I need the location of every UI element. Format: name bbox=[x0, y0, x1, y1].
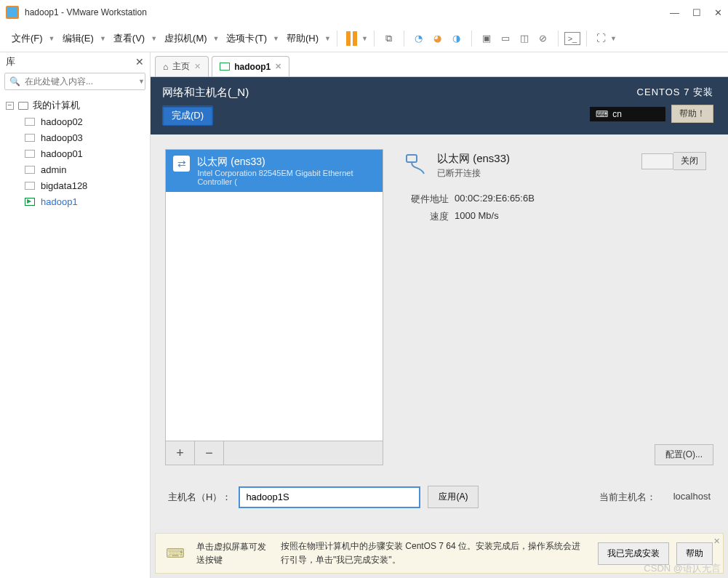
install-tip-bar: ⌨ 单击虚拟屏幕可发送按键 按照在物理计算机中的步骤安装 CentOS 7 64… bbox=[155, 533, 724, 574]
network-list: ⇄ 以太网 (ens33) Intel Corporation 82545EM … bbox=[165, 149, 383, 441]
configure-button[interactable]: 配置(O)... bbox=[655, 444, 713, 465]
tab-home[interactable]: ⌂ 主页 ✕ bbox=[155, 56, 209, 76]
svg-rect-0 bbox=[407, 155, 417, 162]
computer-icon bbox=[18, 102, 28, 110]
tree-item-bigdata128[interactable]: bigdata128 bbox=[3, 177, 147, 193]
vm-icon bbox=[25, 118, 35, 126]
hw-address: 00:0C:29:E6:65:6B bbox=[455, 193, 535, 206]
ethernet-icon: ⇄ bbox=[173, 156, 190, 172]
tree-item-hadoop1[interactable]: hadoop1 bbox=[3, 193, 147, 209]
connection-toggle[interactable]: 关闭 bbox=[641, 152, 706, 170]
ethernet-large-icon bbox=[402, 152, 428, 178]
current-hostname-label: 当前主机名： bbox=[599, 491, 656, 504]
vm-running-icon bbox=[25, 198, 35, 206]
apply-button[interactable]: 应用(A) bbox=[428, 486, 479, 508]
speed-value: 1000 Mb/s bbox=[455, 210, 499, 223]
done-button[interactable]: 完成(D) bbox=[162, 105, 213, 126]
send-ctrl-alt-del-icon[interactable]: ⧉ bbox=[380, 30, 398, 47]
hostname-input[interactable] bbox=[239, 486, 420, 508]
keyboard-layout[interactable]: ⌨ cn bbox=[590, 107, 665, 121]
window-title: hadoop1 - VMware Workstation bbox=[25, 7, 147, 17]
install-done-button[interactable]: 我已完成安装 bbox=[598, 542, 669, 565]
revert-icon[interactable]: ◕ bbox=[429, 30, 447, 47]
tree-item-admin[interactable]: admin bbox=[3, 161, 147, 177]
minimize-button[interactable]: — bbox=[670, 7, 679, 18]
menu-edit[interactable]: 编辑(E) bbox=[57, 29, 100, 48]
tip-text-1: 单击虚拟屏幕可发送按键 bbox=[196, 540, 269, 566]
tree-item-hadoop02[interactable]: hadoop02 bbox=[3, 113, 147, 129]
tab-close-icon[interactable]: ✕ bbox=[194, 62, 201, 71]
keyboard-icon: ⌨ bbox=[596, 109, 608, 119]
detail-name: 以太网 (ens33) bbox=[437, 152, 510, 166]
vm-icon bbox=[25, 166, 35, 174]
layout4-icon[interactable]: ⊘ bbox=[535, 30, 552, 47]
fullscreen-icon[interactable]: ⛶ bbox=[593, 30, 610, 47]
manage-snapshot-icon[interactable]: ◑ bbox=[448, 30, 465, 47]
current-hostname-value: localhost bbox=[673, 491, 711, 504]
tree-root[interactable]: − 我的计算机 bbox=[3, 97, 147, 113]
watermark: CSDN @语仄无言 bbox=[644, 562, 721, 575]
help-button[interactable]: 帮助！ bbox=[671, 105, 713, 123]
library-search[interactable]: 🔍 ▼ bbox=[4, 73, 145, 90]
library-close-icon[interactable]: ✕ bbox=[135, 56, 144, 68]
menu-file[interactable]: 文件(F) bbox=[6, 29, 49, 48]
detail-status: 已断开连接 bbox=[437, 167, 510, 180]
menu-vm[interactable]: 虚拟机(M) bbox=[159, 29, 213, 48]
vm-running-icon bbox=[220, 63, 230, 71]
page-title: 网络和主机名(_N) bbox=[162, 86, 249, 100]
vm-icon bbox=[25, 134, 35, 142]
maximize-button[interactable]: ☐ bbox=[692, 7, 701, 18]
tip-help-button[interactable]: 帮助 bbox=[676, 542, 713, 565]
close-button[interactable]: ✕ bbox=[714, 7, 722, 18]
layout2-icon[interactable]: ▭ bbox=[497, 30, 514, 47]
product-label: CENTOS 7 安装 bbox=[637, 86, 713, 99]
tip-close-icon[interactable]: ✕ bbox=[713, 537, 720, 546]
vm-icon bbox=[25, 182, 35, 190]
layout1-icon[interactable]: ▣ bbox=[478, 30, 495, 47]
tab-hadoop1[interactable]: hadoop1 ✕ bbox=[212, 56, 289, 76]
keyboard-icon: ⌨ bbox=[166, 545, 185, 561]
network-item-ens33[interactable]: ⇄ 以太网 (ens33) Intel Corporation 82545EM … bbox=[166, 150, 383, 192]
menu-help[interactable]: 帮助(H) bbox=[281, 29, 324, 48]
tree-root-label: 我的计算机 bbox=[33, 99, 80, 112]
search-dropdown-icon[interactable]: ▼ bbox=[138, 78, 145, 85]
tree-item-hadoop01[interactable]: hadoop01 bbox=[3, 145, 147, 161]
tree-item-hadoop03[interactable]: hadoop03 bbox=[3, 129, 147, 145]
tip-text-2: 按照在物理计算机中的步骤安装 CentOS 7 64 位。安装完成后，操作系统会… bbox=[281, 539, 586, 567]
menu-view[interactable]: 查看(V) bbox=[108, 29, 151, 48]
add-interface-button[interactable]: + bbox=[166, 441, 195, 465]
library-label: 库 bbox=[6, 55, 15, 68]
home-icon: ⌂ bbox=[163, 62, 168, 72]
search-icon: 🔍 bbox=[9, 76, 20, 87]
hostname-label: 主机名（H）： bbox=[168, 491, 231, 504]
tab-close-icon[interactable]: ✕ bbox=[275, 62, 281, 71]
remove-interface-button[interactable]: − bbox=[195, 441, 224, 465]
vmware-logo-icon bbox=[6, 6, 19, 19]
collapse-icon[interactable]: − bbox=[6, 102, 14, 110]
vm-icon bbox=[25, 150, 35, 158]
layout3-icon[interactable]: ◫ bbox=[516, 30, 533, 47]
snapshot-icon[interactable]: ◔ bbox=[410, 30, 428, 47]
menu-tabs[interactable]: 选项卡(T) bbox=[220, 29, 273, 48]
search-input[interactable] bbox=[25, 76, 134, 87]
console-icon[interactable]: >_ bbox=[564, 32, 580, 45]
pause-icon[interactable] bbox=[346, 31, 357, 46]
